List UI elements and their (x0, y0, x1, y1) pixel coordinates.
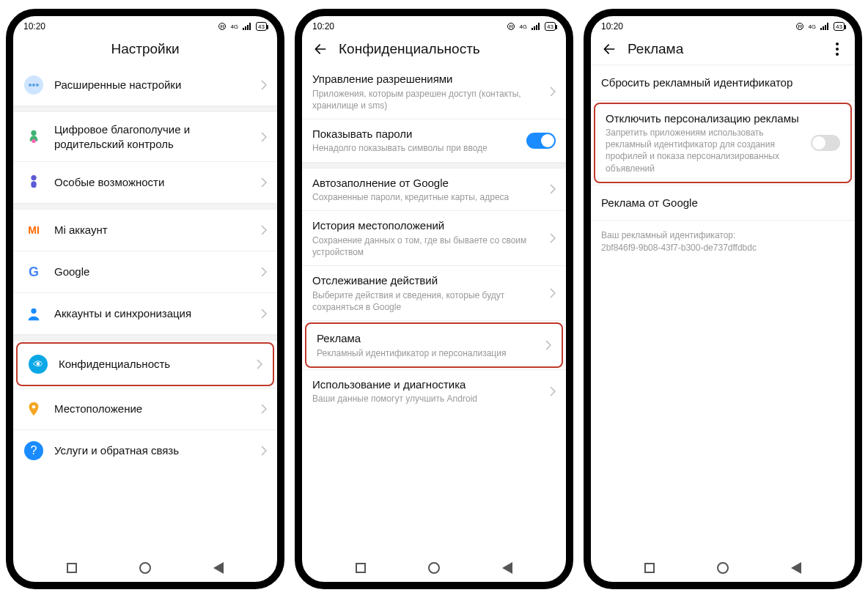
nav-recent-button[interactable] (67, 563, 77, 573)
nav-recent-button[interactable] (356, 563, 366, 573)
nav-back-button[interactable] (791, 562, 801, 574)
status-bar: 10:20 R 4G 43 (591, 16, 855, 34)
page-title: Настройки (111, 41, 179, 57)
svg-point-2 (31, 175, 36, 180)
show-passwords-toggle[interactable] (526, 133, 556, 149)
overflow-menu-button[interactable] (830, 43, 845, 56)
chevron-right-icon (261, 80, 267, 90)
back-button[interactable] (312, 41, 328, 57)
ad-id-value: 2bf846f9-9b08-43f7-b300-de737dffdbdc (601, 242, 845, 254)
android-navbar (591, 554, 855, 582)
svg-point-1 (32, 139, 36, 143)
svg-point-0 (31, 130, 36, 135)
ads-list: Сбросить рекламный идентификатор Отключи… (591, 65, 855, 554)
chevron-right-icon (261, 267, 267, 277)
nav-home-button[interactable] (428, 562, 440, 574)
page-title: Конфиденциальность (339, 41, 480, 57)
ads-item-disable-personalization[interactable]: Отключить персонализацию рекламы Запрети… (594, 103, 852, 183)
nav-home-button[interactable] (139, 562, 151, 574)
signal-icon (532, 23, 540, 30)
page-header: Реклама (591, 34, 855, 64)
settings-item-accessibility[interactable]: Особые возможности (13, 162, 277, 203)
settings-item-advanced[interactable]: ••• Расширенные настройки (13, 64, 277, 106)
arrow-left-icon (602, 42, 617, 56)
more-vert-icon (836, 43, 839, 45)
wellbeing-icon (26, 129, 42, 145)
chevron-right-icon (261, 446, 267, 456)
chevron-right-icon (261, 225, 267, 235)
svg-rect-3 (31, 181, 36, 188)
settings-item-mi-account[interactable]: MI Mi аккаунт (13, 210, 277, 251)
chevron-right-icon (261, 404, 267, 414)
status-bar: 10:20 R 4G 43 (302, 16, 566, 34)
privacy-item-ads[interactable]: Реклама Рекламный идентификатор и персон… (305, 322, 563, 368)
ads-item-reset-id[interactable]: Сбросить рекламный идентификатор (591, 65, 855, 100)
signal-icon (243, 23, 251, 30)
chevron-right-icon (550, 386, 556, 396)
settings-item-accounts-sync[interactable]: Аккаунты и синхронизация (13, 293, 277, 334)
android-navbar (13, 554, 277, 582)
status-indicators: R 4G 43 (218, 22, 267, 31)
privacy-item-diagnostics[interactable]: Использование и диагностика Ваши данные … (302, 370, 566, 413)
signal-icon (820, 23, 829, 30)
arrow-left-icon (313, 42, 328, 56)
settings-item-wellbeing[interactable]: Цифровое благополучие и родительский кон… (13, 112, 277, 161)
dots-icon: ••• (24, 75, 43, 95)
settings-item-feedback[interactable]: ? Услуги и обратная связь (13, 430, 277, 471)
page-title: Реклама (628, 41, 683, 57)
settings-item-privacy[interactable]: 👁 Конфиденциальность (16, 342, 274, 386)
privacy-item-location-history[interactable]: История местоположений Сохранение данных… (302, 211, 566, 265)
nav-home-button[interactable] (717, 562, 729, 574)
status-time: 10:20 (601, 21, 623, 32)
privacy-list: Управление разрешениями Приложения, кото… (302, 64, 566, 554)
question-icon: ? (24, 441, 43, 460)
chevron-right-icon (550, 233, 556, 243)
android-navbar (302, 554, 566, 582)
eye-icon: 👁 (29, 355, 48, 374)
chevron-right-icon (545, 340, 551, 350)
privacy-item-autofill[interactable]: Автозаполнение от Google Сохраненные пар… (302, 169, 566, 211)
status-bar: 10:20 R 4G 43 (13, 16, 277, 34)
settings-item-location[interactable]: Местоположение (13, 388, 277, 429)
privacy-item-show-passwords[interactable]: Показывать пароли Ненадолго показывать с… (302, 119, 566, 162)
status-indicators: R 4G 43 (796, 22, 845, 31)
chevron-right-icon (257, 359, 262, 369)
phone-ads: 10:20 R 4G 43 Реклама Сбросить рекламный… (584, 9, 862, 589)
status-indicators: R 4G 43 (507, 22, 556, 31)
battery-icon: 43 (256, 22, 267, 31)
chevron-right-icon (550, 288, 556, 298)
accessibility-icon (26, 174, 42, 191)
nav-back-button[interactable] (213, 562, 224, 574)
google-icon: G (29, 265, 39, 280)
settings-item-google[interactable]: G Google (13, 251, 277, 292)
phone-settings: 10:20 R 4G 43 Настройки ••• Расширенные … (6, 9, 284, 589)
chevron-right-icon (261, 177, 267, 188)
chevron-right-icon (261, 309, 267, 319)
svg-point-4 (31, 309, 36, 314)
back-button[interactable] (601, 41, 617, 57)
chevron-right-icon (261, 132, 267, 142)
ads-item-google-ads[interactable]: Реклама от Google (591, 185, 855, 221)
nav-recent-button[interactable] (644, 563, 655, 573)
disable-personalization-toggle[interactable] (811, 135, 840, 151)
person-icon (26, 306, 42, 322)
settings-list: ••• Расширенные настройки Цифровое благо… (13, 64, 277, 554)
status-time: 10:20 (23, 21, 45, 32)
chevron-right-icon (550, 86, 556, 97)
battery-icon: 43 (545, 22, 556, 31)
ad-id-info: Ваш рекламный идентификатор: 2bf846f9-9b… (591, 221, 855, 263)
status-time: 10:20 (312, 21, 334, 32)
location-pin-icon (26, 401, 42, 417)
nav-back-button[interactable] (502, 562, 512, 574)
battery-icon: 43 (834, 22, 845, 31)
svg-point-5 (32, 405, 36, 409)
page-header: Конфиденциальность (302, 34, 566, 64)
ad-id-label: Ваш рекламный идентификатор: (601, 229, 845, 242)
privacy-item-permissions[interactable]: Управление разрешениями Приложения, кото… (302, 64, 566, 119)
chevron-right-icon (550, 184, 556, 194)
page-header: Настройки (13, 34, 277, 64)
mi-icon: MI (28, 224, 40, 236)
phone-privacy: 10:20 R 4G 43 Конфиденциальность Управле… (295, 9, 573, 589)
privacy-item-activity[interactable]: Отслеживание действий Выберите действия … (302, 266, 566, 320)
